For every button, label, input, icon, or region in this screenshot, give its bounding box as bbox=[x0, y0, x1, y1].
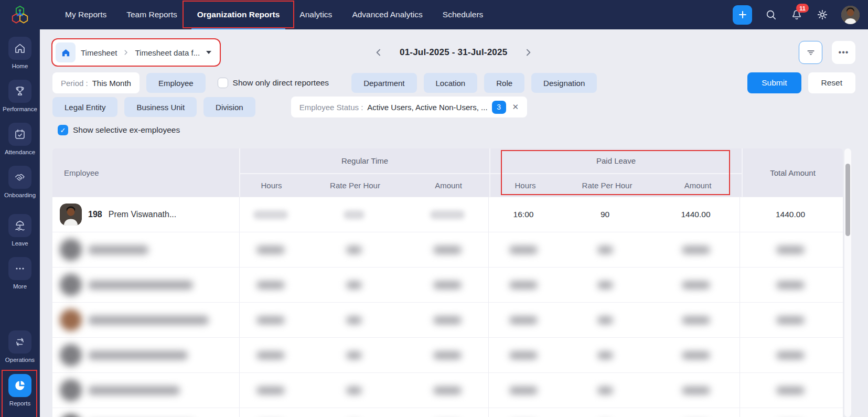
add-button[interactable] bbox=[733, 5, 752, 25]
sidebar-item-leave[interactable]: Leave bbox=[0, 214, 40, 247]
people-logo-icon bbox=[10, 5, 30, 25]
table-row-redacted[interactable] bbox=[52, 372, 843, 408]
breadcrumb-section[interactable]: Timesheet bbox=[81, 48, 117, 57]
settings-gear-icon[interactable] bbox=[816, 8, 829, 22]
notifications-bell-icon[interactable]: 11 bbox=[790, 8, 803, 22]
location-filter-chip[interactable]: Location bbox=[424, 73, 478, 93]
sidebar-item-label: Reports bbox=[9, 400, 30, 407]
user-avatar[interactable] bbox=[841, 6, 860, 24]
sidebar-item-label: Onboarding bbox=[4, 192, 36, 198]
sidebar-item-performance[interactable]: Performance bbox=[0, 80, 40, 112]
sidebar-item-label: Attendance bbox=[5, 149, 35, 155]
direct-reportees-checkbox[interactable] bbox=[218, 78, 228, 88]
pie-chart-icon bbox=[8, 374, 31, 397]
main-content: Timesheet Timesheet data f... 01-Jul-202… bbox=[40, 29, 868, 417]
app-logo[interactable] bbox=[0, 5, 40, 25]
date-range-label[interactable]: 01-Jul-2025 - 31-Jul-2025 bbox=[400, 47, 507, 58]
table-row-redacted[interactable] bbox=[52, 337, 843, 372]
subheader-regular-amount: Amount bbox=[408, 174, 489, 197]
topbar-actions: 11 bbox=[733, 5, 860, 25]
designation-filter-chip[interactable]: Designation bbox=[531, 73, 597, 93]
subheader-paidleave-amount: Amount bbox=[654, 174, 742, 197]
more-options-glyph: ••• bbox=[839, 48, 849, 57]
sidebar-item-operations[interactable]: Operations bbox=[0, 330, 40, 363]
chevron-down-icon[interactable] bbox=[206, 51, 211, 54]
sidebar-item-home[interactable]: Home bbox=[0, 37, 40, 69]
operations-sync-icon bbox=[8, 330, 31, 354]
table-row-redacted[interactable] bbox=[52, 408, 843, 417]
period-filter-chip[interactable]: Period : This Month bbox=[52, 72, 140, 93]
breadcrumb-report-name[interactable]: Timesheet data f... bbox=[135, 48, 200, 57]
subheader-paidleave-rate: Rate Per Hour bbox=[560, 174, 654, 197]
legal-entity-filter-chip[interactable]: Legal Entity bbox=[52, 97, 117, 117]
report-tools: ••• bbox=[799, 41, 855, 64]
subheader-regular-hours: Hours bbox=[240, 174, 303, 197]
tab-my-reports[interactable]: My Reports bbox=[55, 0, 116, 29]
business-unit-filter-chip[interactable]: Business Unit bbox=[124, 97, 197, 117]
filter-button[interactable] bbox=[799, 41, 822, 64]
tab-schedulers[interactable]: Schedulers bbox=[433, 0, 494, 29]
tab-label: Team Reports bbox=[126, 10, 177, 19]
role-filter-chip[interactable]: Role bbox=[484, 73, 524, 93]
period-value: This Month bbox=[92, 79, 131, 88]
search-icon[interactable] bbox=[764, 8, 778, 22]
table-row-redacted[interactable] bbox=[52, 302, 843, 337]
employee-name: Prem Viswanath... bbox=[109, 210, 177, 219]
umbrella-icon bbox=[8, 214, 31, 237]
primary-navigation: My Reports Team Reports Organization Rep… bbox=[55, 0, 493, 29]
employee-status-filter-chip[interactable]: Employee Status : Active Users, Active N… bbox=[291, 97, 528, 117]
group-label-paid-leave: Paid Leave bbox=[490, 148, 742, 173]
timesheet-table: Employee Regular Time Hours Rate Per Hou… bbox=[52, 148, 843, 417]
handshake-icon bbox=[8, 166, 31, 189]
prev-period-button[interactable] bbox=[373, 47, 384, 58]
department-filter-chip[interactable]: Department bbox=[351, 73, 416, 93]
employee-avatar bbox=[60, 204, 82, 226]
submit-button[interactable]: Submit bbox=[747, 72, 801, 93]
tab-analytics[interactable]: Analytics bbox=[290, 0, 342, 29]
tab-team-reports[interactable]: Team Reports bbox=[116, 0, 187, 29]
breadcrumb-home-icon[interactable] bbox=[56, 42, 76, 62]
table-row-redacted[interactable] bbox=[52, 267, 843, 302]
paid-leave-rate-cell: 90 bbox=[558, 197, 652, 232]
employee-filter-chip[interactable]: Employee bbox=[146, 73, 206, 93]
tab-advanced-analytics[interactable]: Advanced Analytics bbox=[342, 0, 432, 29]
tab-label: Advanced Analytics bbox=[352, 10, 422, 19]
home-icon bbox=[8, 37, 31, 60]
employee-id: 198 bbox=[88, 210, 102, 219]
top-bar: My Reports Team Reports Organization Rep… bbox=[0, 0, 868, 29]
ellipsis-icon bbox=[8, 257, 31, 280]
sidebar-item-reports[interactable]: Reports bbox=[0, 374, 40, 407]
trophy-icon bbox=[8, 80, 31, 103]
tab-label: My Reports bbox=[65, 10, 106, 19]
tab-label: Schedulers bbox=[443, 10, 484, 19]
reset-button[interactable]: Reset bbox=[808, 72, 856, 93]
employee-status-value: Active Users, Active Non-Users, ... bbox=[367, 103, 487, 112]
ex-employees-checkbox[interactable]: ✓ bbox=[58, 125, 68, 135]
regular-rate-cell-redacted bbox=[302, 197, 406, 232]
employee-status-clear-icon[interactable]: ✕ bbox=[512, 102, 519, 112]
employee-status-label: Employee Status : bbox=[299, 103, 363, 112]
direct-reportees-label: Show only direct reportees bbox=[233, 78, 329, 88]
notification-count-badge: 11 bbox=[796, 4, 809, 13]
period-label: Period : bbox=[61, 79, 88, 88]
division-filter-chip[interactable]: Division bbox=[203, 97, 255, 117]
breadcrumb[interactable]: Timesheet Timesheet data f... bbox=[52, 39, 220, 66]
next-period-button[interactable] bbox=[523, 47, 533, 58]
regular-amount-cell-redacted bbox=[406, 197, 488, 232]
direct-reportees-checkbox-row: Show only direct reportees bbox=[218, 78, 329, 88]
breadcrumb-chevron-icon bbox=[122, 49, 130, 56]
table-vertical-scrollbar[interactable] bbox=[844, 148, 851, 417]
tab-label: Analytics bbox=[299, 10, 332, 19]
sidebar-item-attendance[interactable]: Attendance bbox=[0, 123, 40, 155]
sidebar-item-label: Performance bbox=[3, 106, 37, 112]
scrollbar-thumb[interactable] bbox=[845, 164, 850, 236]
filter-row-1: Period : This Month Employee Show only d… bbox=[52, 72, 855, 93]
table-row-redacted[interactable] bbox=[52, 232, 843, 267]
tab-organization-reports[interactable]: Organization Reports bbox=[187, 0, 290, 29]
group-label-regular-time: Regular Time bbox=[240, 148, 489, 173]
table-row-prem-viswanath[interactable]: 198 Prem Viswanath... 16:00 90 1440.00 1… bbox=[52, 197, 843, 232]
sidebar-item-label: More bbox=[13, 283, 27, 290]
sidebar-item-more[interactable]: More bbox=[0, 257, 40, 290]
sidebar-item-onboarding[interactable]: Onboarding bbox=[0, 166, 40, 198]
more-options-button[interactable]: ••• bbox=[832, 41, 855, 64]
